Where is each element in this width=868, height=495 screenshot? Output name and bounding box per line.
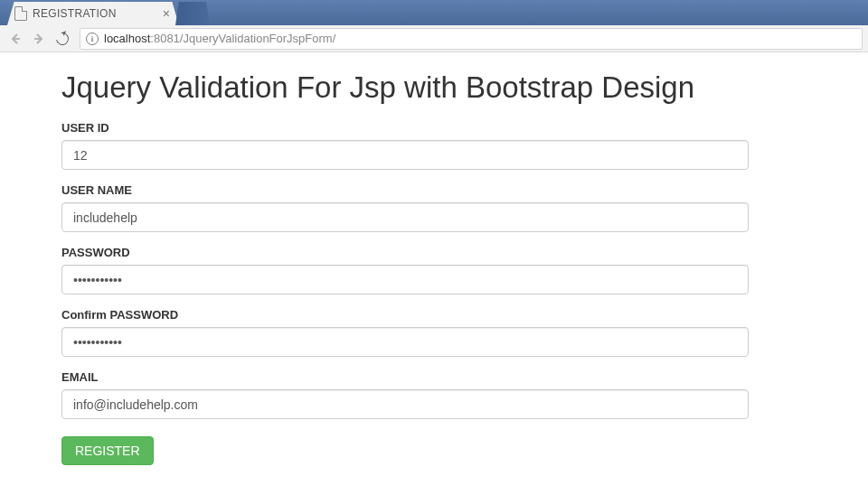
new-tab-hint[interactable] xyxy=(175,2,210,25)
file-icon xyxy=(14,6,27,21)
password-label: PASSWORD xyxy=(61,246,807,259)
browser-tab[interactable]: REGISTRATION × xyxy=(7,2,179,25)
form-group-user-name: USER NAME xyxy=(61,183,807,232)
user-id-label: USER ID xyxy=(61,121,807,135)
back-button[interactable] xyxy=(5,29,25,49)
url-path: /JqueryValidationForJspForm/ xyxy=(180,32,335,45)
close-icon[interactable]: × xyxy=(161,6,172,21)
email-label: EMAIL xyxy=(61,370,807,384)
confirm-password-input[interactable] xyxy=(61,327,749,357)
info-icon[interactable]: i xyxy=(86,33,99,45)
form-group-email: EMAIL xyxy=(61,370,807,419)
reload-icon xyxy=(53,30,71,47)
confirm-password-label: Confirm PASSWORD xyxy=(61,308,807,322)
form-group-user-id: USER ID xyxy=(61,121,807,170)
register-button[interactable]: REGISTER xyxy=(61,436,154,465)
reload-button[interactable] xyxy=(52,29,72,49)
email-input[interactable] xyxy=(61,389,749,419)
url-port: :8081 xyxy=(150,32,180,45)
tab-title: REGISTRATION xyxy=(33,7,161,20)
user-name-input[interactable] xyxy=(61,202,749,232)
user-name-label: USER NAME xyxy=(61,183,807,197)
url-host: localhost xyxy=(104,32,150,45)
form-group-confirm-password: Confirm PASSWORD xyxy=(61,308,807,357)
browser-tabs-bar: REGISTRATION × xyxy=(0,0,868,25)
form-group-password: PASSWORD xyxy=(61,246,807,294)
page-content: Jquery Validation For Jsp with Bootstrap… xyxy=(0,52,868,483)
browser-toolbar: i localhost:8081/JqueryValidationForJspF… xyxy=(0,25,868,52)
page-title: Jquery Validation For Jsp with Bootstrap… xyxy=(61,70,807,105)
arrow-left-icon xyxy=(8,32,23,46)
address-bar[interactable]: i localhost:8081/JqueryValidationForJspF… xyxy=(80,28,863,50)
user-id-input[interactable] xyxy=(61,140,749,170)
forward-button[interactable] xyxy=(29,29,49,49)
arrow-right-icon xyxy=(32,32,46,46)
password-input[interactable] xyxy=(61,265,749,294)
